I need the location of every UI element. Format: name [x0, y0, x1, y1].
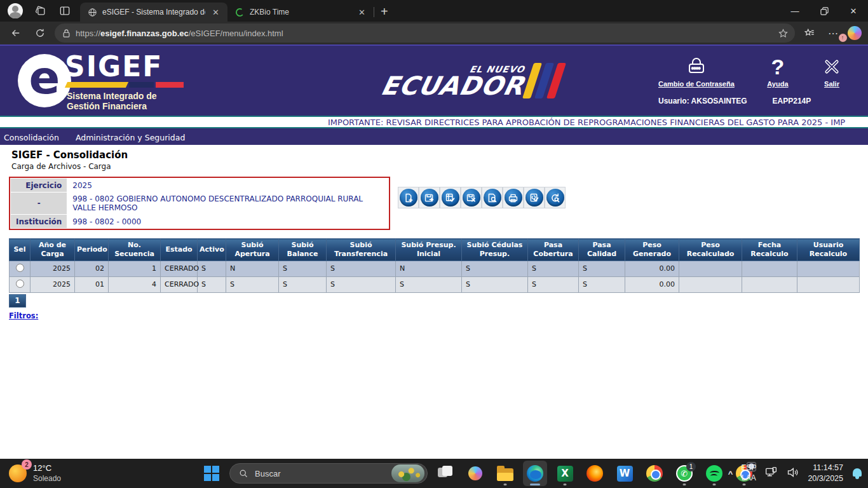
clock-widget[interactable]: 11:14:57 20/3/2025 [808, 463, 843, 484]
help-button[interactable]: ? Ayuda [767, 56, 788, 89]
table-row: 2025 02 1 CERRADO S N S S N S S S 0.00 [10, 261, 860, 276]
site-lock-icon[interactable] [62, 29, 71, 38]
window-minimize-button[interactable]: — [780, 0, 810, 22]
new-tab-button[interactable]: + [374, 4, 396, 22]
refresh-button[interactable] [31, 24, 50, 43]
firefox-button[interactable] [583, 461, 607, 486]
address-bar[interactable]: https://esigef.finanzas.gob.ec/eSIGEF/me… [55, 24, 795, 43]
param-value-ejercicio: 2025 [67, 179, 389, 193]
chrome-button[interactable] [642, 461, 667, 486]
ecuador-logo-line2: ECUADOR [379, 74, 526, 97]
approve-record-icon [526, 189, 543, 207]
menu-administracion[interactable]: Administración y Seguridad [76, 133, 185, 142]
windows-icon [204, 466, 219, 481]
terminal-code-label: EAPP214P [773, 97, 811, 105]
weather-widget[interactable]: 2 12°C Soleado [9, 463, 61, 483]
copilot-icon[interactable] [848, 26, 862, 40]
param-row-entidad: - 998 - 0802 GOBIERNO AUTONOMO DESCENTRA… [11, 193, 389, 215]
filters-link[interactable]: Filtros: [9, 311, 38, 320]
app-menubar: Consolidación Administración y Seguridad [0, 130, 868, 145]
tray-expand-icon[interactable]: ^ [728, 469, 733, 478]
vertical-tabs-icon[interactable] [58, 4, 71, 17]
start-button[interactable] [200, 461, 224, 486]
esigef-logo: e SIGEF Sistema Integrado de Gestión Fin… [18, 50, 285, 111]
validate-record-button[interactable] [440, 187, 461, 208]
row-select-radio[interactable] [16, 264, 24, 272]
consult-record-button[interactable] [545, 187, 566, 208]
delete-record-icon [463, 189, 480, 207]
menu-consolidacion[interactable]: Consolidación [4, 133, 59, 142]
col-no-secuencia: No. Secuencia [109, 239, 161, 261]
cell: 01 [75, 276, 109, 292]
browser-menu-button[interactable]: ⋯ ↑ [824, 27, 843, 39]
edge-icon [527, 465, 543, 482]
cell: S [462, 276, 528, 292]
edge-button[interactable] [523, 461, 547, 486]
weather-temp: 12°C [33, 463, 61, 473]
col-subio-balance: Subió Balance [279, 239, 327, 261]
col-anio-carga: Año de Carga [31, 239, 75, 261]
ecuador-logo: EL NUEVO ECUADOR [285, 63, 658, 98]
tab-esigef[interactable]: eSIGEF - Sistema Integrado de Ge ✕ [80, 3, 227, 22]
favorite-star-icon[interactable] [778, 28, 789, 39]
back-button[interactable] [6, 24, 25, 43]
page-number-button[interactable]: 1 [9, 294, 26, 308]
approve-record-button[interactable] [524, 187, 545, 208]
task-view-button[interactable] [433, 461, 458, 486]
whatsapp-badge: 1 [686, 462, 696, 471]
cell: S [462, 261, 528, 276]
cell: S [198, 276, 226, 292]
tab-zkbio[interactable]: ZKBio Time ✕ [227, 3, 374, 22]
change-password-button[interactable]: Cambio de Contraseña [658, 56, 735, 89]
spotify-button[interactable] [702, 461, 726, 486]
whatsapp-button[interactable]: ✆ 1 [672, 461, 696, 486]
cell: 2025 [31, 261, 75, 276]
consult-record-icon [546, 189, 564, 207]
copilot-taskbar-button[interactable] [463, 461, 487, 486]
window-close-button[interactable]: ✕ [839, 0, 868, 22]
save-record-icon [421, 189, 438, 207]
profile-avatar[interactable] [8, 3, 23, 18]
file-explorer-button[interactable] [493, 461, 517, 486]
excel-button[interactable]: X [553, 461, 577, 486]
word-button[interactable]: W [613, 461, 637, 486]
new-record-button[interactable] [398, 187, 419, 208]
favorites-bar-icon[interactable] [800, 24, 819, 43]
cell: S [579, 261, 625, 276]
word-icon: W [617, 466, 633, 482]
preview-record-button[interactable] [482, 187, 503, 208]
volume-icon[interactable] [786, 466, 799, 482]
taskbar-search[interactable]: Buscar [229, 463, 428, 484]
announcement-marquee: IMPORTANTE: REVISAR DIRECTRICES PARA APR… [0, 116, 868, 130]
cell: S [198, 261, 226, 276]
task-view-icon [438, 466, 453, 481]
language-indicator[interactable]: ESP LAA [741, 463, 756, 483]
chrome-icon [646, 465, 663, 482]
page-title: SIGEF - Consolidación [11, 149, 868, 161]
validate-record-icon [442, 189, 459, 207]
weather-badge: 2 [22, 459, 32, 470]
param-value-entidad: 998 - 0802 GOBIERNO AUTONOMO DESCENTRALI… [67, 193, 389, 215]
cell: S [579, 276, 625, 292]
window-restore-button[interactable] [810, 0, 839, 22]
save-record-button[interactable] [419, 187, 440, 208]
network-icon[interactable] [764, 466, 778, 482]
row-select-radio[interactable] [16, 280, 24, 288]
param-row-ejercicio: Ejercicio 2025 [11, 179, 389, 193]
system-tray: ^ ESP LAA 11:14:57 20/3/2025 [728, 459, 863, 488]
delete-record-button[interactable] [461, 187, 482, 208]
cell: N [226, 261, 279, 276]
tab-close-icon[interactable]: ✕ [210, 8, 221, 17]
esigef-header: e SIGEF Sistema Integrado de Gestión Fin… [0, 46, 868, 116]
esigef-logo-name: SIGEF [65, 54, 184, 79]
cell [797, 261, 860, 276]
logout-button[interactable]: Salir [821, 56, 843, 89]
zkbio-icon [235, 8, 245, 17]
workspaces-icon[interactable] [34, 4, 47, 17]
tab-close-icon[interactable]: ✕ [356, 8, 367, 17]
print-record-button[interactable] [503, 187, 524, 208]
cell [797, 276, 860, 292]
notification-bell-icon[interactable] [851, 468, 863, 479]
excel-icon: X [557, 466, 573, 482]
help-icon: ? [771, 56, 785, 78]
